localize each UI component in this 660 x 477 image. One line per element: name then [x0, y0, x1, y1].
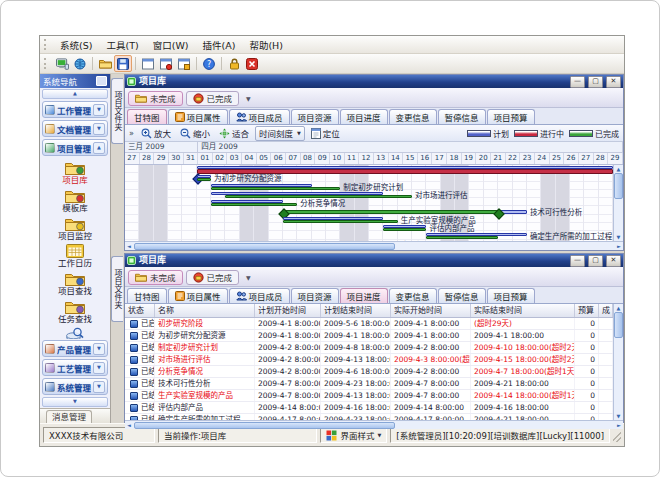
save-icon-button[interactable] — [114, 55, 132, 72]
column-header-2[interactable]: 名称 — [155, 304, 255, 317]
form-edit-icon-button[interactable] — [175, 55, 193, 72]
sidebar-group-6[interactable]: 系统管理▼ — [42, 378, 108, 395]
menu-item-3[interactable]: 窗口(W) — [146, 37, 196, 53]
sidebar-item-4[interactable]: 工作日历 — [58, 244, 92, 268]
gantt-bar-completed[interactable] — [225, 195, 412, 198]
view-tab-2[interactable]: 项目属性 — [168, 109, 228, 124]
doc-tab-1[interactable]: 未完成 — [128, 270, 183, 285]
gantt-bar-completed[interactable] — [283, 210, 498, 214]
sidebar-item-6[interactable]: 任务查找 — [58, 299, 92, 324]
sidebar-group-1[interactable]: 工作管理▼ — [42, 101, 108, 118]
column-header-4[interactable]: 计划结束时间 — [321, 304, 391, 317]
table-row[interactable]: 已结束分析竞争情况2009-4-2 8:00:002009-4-6 18:00:… — [125, 366, 613, 378]
table-row[interactable]: 已结束技术可行性分析2009-4-7 8:00:002009-4-23 18:0… — [125, 378, 613, 390]
view-tab-8[interactable]: 项目预算 — [487, 109, 535, 124]
gantt-bar-completed[interactable] — [426, 236, 498, 239]
table-row[interactable]: 已结束生产实验室规模的产品2009-4-7 8:00:002009-4-13 1… — [125, 390, 613, 402]
column-header-7[interactable]: 预算 — [575, 304, 599, 317]
scroll-up-icon[interactable]: ▲ — [617, 165, 621, 173]
chevron-right-icon[interactable]: » — [129, 129, 134, 138]
table-row[interactable]: 已结束为初步研究分配资源2009-4-1 8:00:002009-4-1 18:… — [125, 330, 613, 342]
gantt-bar-completed[interactable] — [283, 220, 398, 223]
resize-grip[interactable] — [613, 428, 621, 442]
view-tab-3[interactable]: 项目成员 — [229, 109, 290, 124]
minimize-button[interactable]: — — [570, 76, 585, 88]
gantt-vertical-scrollbar[interactable]: ▲▼ — [613, 165, 623, 241]
doc-tab-2[interactable]: 已完成 — [186, 91, 240, 106]
project-folder-vertical-tab-1[interactable]: 项目文件夹 — [111, 78, 123, 144]
doc-tabs-dropdown-icon[interactable]: ▼ — [246, 95, 251, 102]
menu-item-5[interactable]: 帮助(H) — [242, 37, 290, 53]
menu-item-2[interactable]: 工具(T) — [99, 37, 145, 53]
view-tab-8[interactable]: 项目预算 — [487, 288, 535, 303]
folder-icon-button[interactable] — [96, 55, 114, 72]
view-tab-1[interactable]: 甘特图 — [127, 109, 167, 124]
menu-item-1[interactable]: 系统(S) — [53, 37, 99, 53]
scrollbar-thumb[interactable] — [614, 173, 623, 199]
view-tab-5[interactable]: 项目进度 — [340, 288, 388, 303]
sidebar-item-7[interactable]: 项目文档查找 — [49, 327, 100, 340]
scrollbar-thumb[interactable] — [134, 243, 395, 250]
horizontal-scrollbar[interactable]: ◄► — [125, 241, 623, 250]
view-tab-7[interactable]: 暂停信息 — [438, 288, 486, 303]
globe-icon-button[interactable] — [71, 55, 89, 72]
chevron-up-icon[interactable]: ▲ — [93, 142, 105, 154]
column-header-3[interactable]: 计划开始时间 — [255, 304, 321, 317]
gantt-tool-5[interactable]: 定位 — [308, 127, 343, 140]
sidebar-collapse-button[interactable] — [96, 76, 107, 86]
gantt-tool-3[interactable]: 适合 — [216, 127, 252, 140]
doc-tabs-dropdown-icon[interactable]: ▼ — [246, 274, 251, 281]
column-header-8[interactable]: 成 — [599, 304, 613, 317]
gantt-bar-completed[interactable] — [211, 203, 297, 206]
chevron-down-icon[interactable]: ▼ — [93, 343, 105, 355]
chevron-down-icon[interactable]: ▼ — [93, 123, 105, 135]
help-icon-button[interactable]: ? — [200, 55, 218, 72]
close-button[interactable]: ✕ — [606, 76, 621, 88]
chevron-down-icon[interactable]: ▼ — [93, 362, 105, 374]
scroll-right-icon[interactable]: ► — [615, 421, 623, 429]
view-tab-7[interactable]: 暂停信息 — [438, 109, 486, 124]
close-button[interactable]: ✕ — [606, 255, 621, 267]
scroll-left-icon[interactable]: ◄ — [125, 421, 133, 429]
view-tab-6[interactable]: 变更信息 — [389, 109, 437, 124]
project-folder-vertical-tab-2[interactable]: 项目文件夹 — [111, 256, 123, 322]
gantt-bar-completed[interactable] — [197, 178, 211, 181]
doc-tab-1[interactable]: 未完成 — [128, 91, 183, 106]
scroll-right-icon[interactable]: ► — [615, 242, 623, 250]
menu-item-4[interactable]: 插件(A) — [195, 37, 242, 53]
gantt-tool-4[interactable]: 时间刻度▼ — [255, 126, 305, 141]
table-vertical-scrollbar[interactable]: ▲▼ — [613, 304, 623, 420]
chevron-down-icon[interactable]: ▼ — [93, 381, 105, 393]
column-header-5[interactable]: 实际开始时间 — [391, 304, 471, 317]
scrollbar-thumb[interactable] — [134, 422, 395, 429]
chevron-down-icon[interactable]: ▼ — [93, 104, 105, 116]
lock-icon-button[interactable] — [225, 55, 243, 72]
scrollbar-thumb[interactable] — [614, 312, 623, 338]
table-row[interactable]: 已结束制定初步研究计划2009-4-2 8:00:002009-4-8 18:0… — [125, 342, 613, 354]
scroll-down-icon[interactable]: ▼ — [617, 412, 621, 420]
sidebar-group-4[interactable]: 产品管理▼ — [42, 340, 108, 357]
table-row[interactable]: 已结束对市场进行评估2009-4-2 8:00:002009-4-13 18:0… — [125, 354, 613, 366]
gantt-tool-1[interactable]: 放大 — [138, 127, 174, 140]
view-tab-2[interactable]: 项目属性 — [168, 288, 228, 303]
view-tab-1[interactable]: 甘特图 — [127, 288, 167, 303]
maximize-button[interactable]: ▢ — [588, 76, 603, 88]
scroll-down-icon[interactable]: ▼ — [617, 233, 621, 241]
monitor-icon-button[interactable] — [53, 55, 71, 72]
scroll-left-icon[interactable]: ◄ — [125, 242, 133, 250]
sidebar-group-2[interactable]: 文档管理▼ — [42, 120, 108, 137]
stop-icon-button[interactable] — [243, 55, 261, 72]
form-new-icon-button[interactable] — [157, 55, 175, 72]
view-tab-6[interactable]: 变更信息 — [389, 288, 437, 303]
gantt-bar-completed[interactable] — [383, 228, 426, 231]
view-tab-3[interactable]: 项目成员 — [229, 288, 290, 303]
minimize-button[interactable]: — — [570, 255, 585, 267]
gantt-tool-2[interactable]: 缩小 — [177, 127, 213, 140]
gantt-bar-completed[interactable] — [211, 187, 340, 190]
sidebar-item-1[interactable]: 项目库 — [62, 160, 88, 185]
sidebar-group-5[interactable]: 工艺管理▼ — [42, 359, 108, 376]
interface-style-button[interactable]: 界面样式▼ — [320, 427, 387, 443]
table-row[interactable]: 已结束评估内部产品2009-4-14 8:00:002009-4-16 18:0… — [125, 402, 613, 414]
scroll-up-icon[interactable]: ▲ — [617, 304, 621, 312]
sidebar-item-3[interactable]: 项目监控 — [58, 216, 92, 241]
